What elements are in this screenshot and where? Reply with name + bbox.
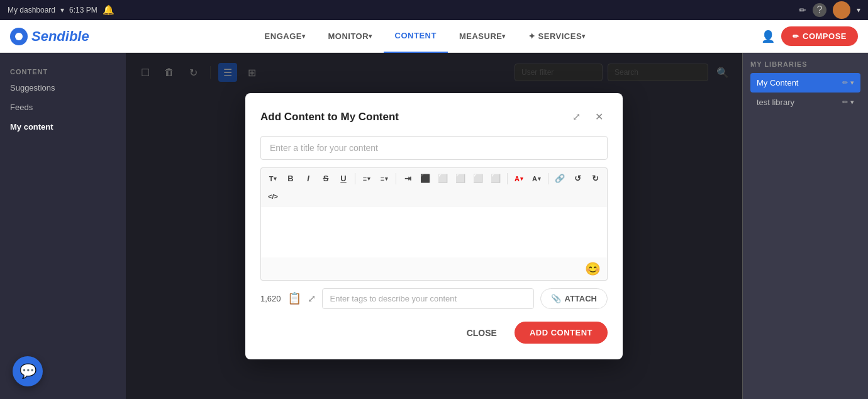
right-panel: MY LIBRARIES My Content ✏ ▾ test library… <box>742 53 868 399</box>
right-panel-title: MY LIBRARIES <box>750 60 860 68</box>
sidebar-item-my-content[interactable]: My content <box>0 117 126 137</box>
library-dropdown-icon[interactable]: ▾ <box>850 79 854 87</box>
modal-footer: CLOSE ADD CONTENT <box>260 322 608 344</box>
library-label-test: test library <box>757 98 794 107</box>
chat-icon: 💬 <box>19 363 36 379</box>
topbar-dropdown[interactable]: ▾ <box>857 6 860 14</box>
tags-row: 1,620 📋 ⤢ 📎 ATTACH <box>260 288 608 309</box>
library-item-actions: ✏ ▾ <box>842 79 854 87</box>
attach-button[interactable]: 📎 ATTACH <box>540 288 608 309</box>
font-size-button[interactable]: T ▾ <box>265 171 281 187</box>
nav-measure[interactable]: MEASURE <box>448 20 517 53</box>
topbar-time: 6:13 PM <box>69 6 97 14</box>
modal-title: Add Content to My Content <box>260 111 399 123</box>
user-avatar[interactable] <box>833 1 850 19</box>
emoji-button[interactable]: 😊 <box>585 261 601 276</box>
align-full-button[interactable]: ⬜ <box>487 171 504 187</box>
attach-icon: 📎 <box>551 294 561 303</box>
editor-footer: 😊 <box>260 257 608 281</box>
ed-sep-4 <box>548 173 548 184</box>
compose-button[interactable]: COMPOSE <box>781 26 858 46</box>
pencil-icon[interactable]: ✏ <box>799 5 806 15</box>
main-layout: CONTENT Suggestions Feeds My content ☐ 🗑… <box>0 53 868 399</box>
editor-area[interactable] <box>260 207 608 257</box>
align-center-button[interactable]: ⬜ <box>435 171 451 187</box>
dashboard-link[interactable]: My dashboard <box>8 6 55 14</box>
link-button[interactable]: 🔗 <box>552 171 568 187</box>
logo-text: Sendible <box>31 28 89 45</box>
align-left-button[interactable]: ⬛ <box>417 171 433 187</box>
add-content-modal: Add Content to My Content ⤢ ✕ T ▾ B I S <box>245 93 623 359</box>
sidebar-item-feeds[interactable]: Feeds <box>0 98 126 117</box>
content-area: ☐ 🗑 ↻ ☰ ⊞ 🔍 Add Content to My Content <box>126 53 742 399</box>
sidebar-section-title: CONTENT <box>0 63 126 78</box>
ed-sep-3 <box>507 173 508 184</box>
align-justify-button[interactable]: ⬜ <box>470 171 486 187</box>
ordered-list-button[interactable]: ≡ ▾ <box>376 171 392 187</box>
sidebar: CONTENT Suggestions Feeds My content <box>0 53 126 399</box>
sidebar-item-suggestions[interactable]: Suggestions <box>0 78 126 98</box>
navbar: Sendible ENGAGE MONITOR CONTENT MEASURE … <box>0 20 868 53</box>
help-icon[interactable]: ? <box>813 3 826 17</box>
attach-label: ATTACH <box>564 294 597 303</box>
content-title-input[interactable] <box>260 136 608 160</box>
ed-sep-2 <box>396 173 396 184</box>
library-item-test[interactable]: test library ✏ ▾ <box>750 93 860 112</box>
italic-button[interactable]: I <box>300 171 316 187</box>
bold-button[interactable]: B <box>282 171 299 187</box>
main-content-area: ☐ 🗑 ↻ ☰ ⊞ 🔍 Add Content to My Content <box>126 53 868 399</box>
nav-engage[interactable]: ENGAGE <box>253 20 317 53</box>
underline-button[interactable]: U <box>335 171 352 187</box>
ed-sep-1 <box>355 173 355 184</box>
library-label: My Content <box>757 78 798 87</box>
modal-header: Add Content to My Content ⤢ ✕ <box>260 108 608 126</box>
close-modal-button[interactable]: ✕ <box>590 108 608 126</box>
edit-test-library-icon[interactable]: ✏ <box>842 98 848 106</box>
modal-overlay: Add Content to My Content ⤢ ✕ T ▾ B I S <box>126 53 742 399</box>
expand-editor-button[interactable]: ⤢ <box>308 293 316 305</box>
undo-button[interactable]: ↺ <box>569 171 586 187</box>
main-nav: ENGAGE MONITOR CONTENT MEASURE ✦ SERVICE… <box>253 20 597 53</box>
add-user-icon[interactable]: 👤 <box>761 30 775 43</box>
strikethrough-button[interactable]: S <box>318 171 334 187</box>
tags-input[interactable] <box>322 288 535 309</box>
indent-button[interactable]: ⇥ <box>399 171 416 187</box>
bell-icon[interactable]: 🔔 <box>103 4 114 16</box>
code-button[interactable]: </> <box>265 188 281 205</box>
add-content-button[interactable]: ADD CONTENT <box>515 322 608 344</box>
unordered-list-button[interactable]: ≡ ▾ <box>359 171 375 187</box>
dashboard-dropdown[interactable]: ▾ <box>60 6 64 14</box>
expand-modal-button[interactable]: ⤢ <box>567 108 585 126</box>
library-test-actions: ✏ ▾ <box>842 98 854 106</box>
clip-button[interactable]: 📋 <box>287 291 301 305</box>
nav-content[interactable]: CONTENT <box>384 20 448 53</box>
modal-header-actions: ⤢ ✕ <box>567 108 608 126</box>
logo: Sendible <box>10 28 89 45</box>
editor-toolbar: T ▾ B I S U ≡ ▾ ≡ ▾ ⇥ ⬛ ⬜ ⬜ ⬜ <box>260 167 608 207</box>
navbar-right: 👤 COMPOSE <box>761 26 858 46</box>
close-button[interactable]: CLOSE <box>457 322 507 344</box>
edit-library-icon[interactable]: ✏ <box>842 79 848 87</box>
chat-bubble[interactable]: 💬 <box>13 356 43 386</box>
logo-icon <box>10 28 28 45</box>
bg-color-button[interactable]: A ▾ <box>528 171 545 187</box>
nav-services[interactable]: ✦ SERVICES <box>517 20 597 53</box>
topbar: My dashboard ▾ 6:13 PM 🔔 ✏ ? ▾ <box>0 0 868 20</box>
svg-point-0 <box>15 33 23 40</box>
char-count: 1,620 <box>260 294 281 303</box>
font-color-button[interactable]: A ▾ <box>511 171 527 187</box>
library-item-my-content[interactable]: My Content ✏ ▾ <box>750 73 860 93</box>
test-library-dropdown-icon[interactable]: ▾ <box>850 98 854 106</box>
align-right-button[interactable]: ⬜ <box>452 171 469 187</box>
redo-button[interactable]: ↻ <box>587 171 603 187</box>
nav-monitor[interactable]: MONITOR <box>316 20 383 53</box>
